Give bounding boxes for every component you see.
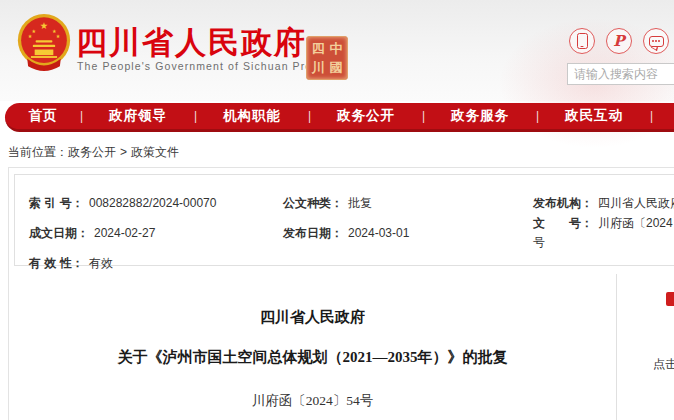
site-title: 四川省人民政府 (76, 22, 307, 64)
national-emblem-logo: ★ ★ ★ ★ ★ (16, 12, 72, 74)
seal-char: 中 (327, 39, 345, 58)
meta-validity: 有 效 性：有效 (29, 253, 283, 272)
document-meta-panel: 索 引 号：008282882/2024-00070 公文种类：批复 发布机构：… (14, 174, 674, 266)
meta-issuing-agency: 发布机构：四川省人民政府 (533, 193, 674, 212)
meta-written-date: 成文日期：2024-02-27 (29, 223, 283, 242)
nav-item-org-functions[interactable]: 机构职能 (195, 103, 309, 129)
content-sidebar-divider (616, 274, 617, 420)
phone-glyph (577, 33, 588, 49)
seal-char: 川 (309, 58, 327, 77)
document-issuer-title: 四川省人民政府 (9, 308, 616, 327)
nav-item-home[interactable]: 首页 (5, 103, 81, 129)
document-content-frame: 索 引 号：008282882/2024-00070 公文种类：批复 发布机构：… (8, 167, 674, 420)
breadcrumb-link-policy-docs[interactable]: 政策文件 (131, 145, 179, 159)
nav-item-gov-leaders[interactable]: 政府领导 (81, 103, 195, 129)
chat-glyph (649, 36, 664, 47)
document-subject-title: 关于《泸州市国土空间总体规划（2021—2035年）》的批复 (9, 348, 616, 367)
search-input[interactable] (568, 64, 674, 84)
nav-item-interaction[interactable]: 政民互动 (537, 103, 651, 129)
site-header: ★ ★ ★ ★ ★ 四川省人民政府 The People's Governmen… (0, 0, 674, 101)
meta-doc-number: 文 号：川府函〔2024〕54号 (533, 213, 674, 251)
meta-publish-date: 发布日期：2024-03-01 (283, 223, 533, 242)
nav-item-gov-services[interactable]: 政务服务 (423, 103, 537, 129)
svg-text:★: ★ (28, 33, 33, 39)
seal-char: 國 (327, 58, 345, 77)
site-search (567, 63, 674, 85)
page: { "header": { "site_title": "四川省人民政府", "… (0, 0, 674, 420)
meta-doc-type: 公文种类：批复 (283, 193, 533, 212)
header-quick-icons: P (569, 28, 669, 54)
svg-text:★: ★ (40, 21, 48, 31)
media-p-icon[interactable]: P (606, 28, 632, 54)
document-number: 川府函〔2024〕54号 (9, 392, 616, 410)
svg-text:★: ★ (56, 33, 61, 39)
meta-index-number: 索 引 号：008282882/2024-00070 (29, 193, 283, 212)
p-letter-glyph: P (613, 34, 624, 49)
breadcrumb: 当前位置：政务公开>政策文件 (8, 144, 179, 161)
sidebar-red-button-fragment[interactable] (666, 292, 674, 306)
breadcrumb-link-gov-affairs[interactable]: 政务公开 (68, 145, 116, 159)
nav-item-gov-affairs[interactable]: 政务公开 (309, 103, 423, 129)
message-bubble-icon[interactable] (643, 28, 669, 54)
seal-char: 四 (309, 39, 327, 58)
mobile-version-icon[interactable] (569, 28, 595, 54)
breadcrumb-separator: > (120, 145, 127, 159)
breadcrumb-prefix: 当前位置： (8, 145, 68, 159)
china-sichuan-seal-stamp: 四 中 川 國 (306, 36, 348, 80)
main-nav: 首页 政府领导 机构职能 政务公开 政务服务 政民互动 (5, 103, 674, 132)
sidebar-click-label-fragment[interactable]: 点击 (653, 356, 674, 373)
site-subtitle-en: The People's Government of Sichuan Provi… (77, 60, 342, 72)
